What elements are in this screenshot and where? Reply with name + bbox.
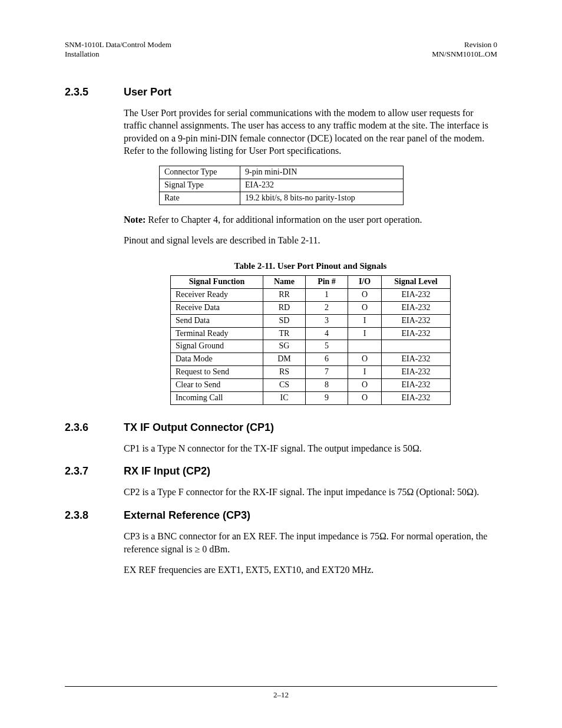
section-236-body: CP1 is a Type N connector for the TX-IF … [124, 442, 497, 455]
header-left: SNM-1010L Data/Control Modem Installatio… [65, 40, 171, 60]
page-header: SNM-1010L Data/Control Modem Installatio… [65, 40, 497, 60]
section-235-body: The User Port provides for serial commun… [124, 107, 497, 405]
cell: O [348, 288, 382, 301]
table-row: Rate19.2 kbit/s, 8 bits-no parity-1stop [160, 192, 404, 205]
table-row: Data ModeDM6OEIA-232 [171, 353, 451, 366]
cell: 4 [306, 327, 348, 340]
cell: Send Data [171, 314, 263, 327]
header-right: Revision 0 MN/SNM1010L.OM [432, 40, 497, 60]
table-row: Incoming CallIC9OEIA-232 [171, 392, 451, 405]
header-left-1: SNM-1010L Data/Control Modem [65, 40, 171, 50]
cell: RR [263, 288, 306, 301]
header-right-1: Revision 0 [432, 40, 497, 50]
table-row: Request to SendRS7IEIA-232 [171, 366, 451, 379]
spec-key: Connector Type [160, 166, 240, 179]
cell: 6 [306, 353, 348, 366]
paragraph: The User Port provides for serial commun… [124, 107, 497, 157]
cell: TR [263, 327, 306, 340]
cell: EIA-232 [382, 301, 451, 314]
note-text: Refer to Chapter 4, for additional infor… [146, 215, 422, 225]
section-number: 2.3.6 [65, 421, 124, 434]
spec-key: Signal Type [160, 179, 240, 192]
table-row: Terminal ReadyTR4IEIA-232 [171, 327, 451, 340]
spec-val: EIA-232 [240, 179, 404, 192]
col-name: Name [263, 275, 306, 288]
spec-table: Connector Type9-pin mini-DIN Signal Type… [159, 166, 404, 205]
page: SNM-1010L Data/Control Modem Installatio… [0, 0, 562, 728]
cell: EIA-232 [382, 353, 451, 366]
cell [348, 340, 382, 353]
spec-val: 9-pin mini-DIN [240, 166, 404, 179]
cell: Receive Data [171, 301, 263, 314]
table-caption: Table 2-11. User Port Pinout and Signals [124, 260, 497, 272]
cell: I [348, 314, 382, 327]
cell: EIA-232 [382, 327, 451, 340]
col-signal-level: Signal Level [382, 275, 451, 288]
section-title: RX IF Input (CP2) [124, 465, 210, 477]
cell: IC [263, 392, 306, 405]
paragraph: Pinout and signal levels are described i… [124, 234, 497, 247]
paragraph: CP2 is a Type F connector for the RX-IF … [124, 486, 497, 499]
cell: EIA-232 [382, 392, 451, 405]
cell: 1 [306, 288, 348, 301]
table-row: Signal TypeEIA-232 [160, 179, 404, 192]
note-paragraph: Note: Refer to Chapter 4, for additional… [124, 213, 497, 226]
cell: EIA-232 [382, 379, 451, 392]
cell: 8 [306, 379, 348, 392]
section-number: 2.3.8 [65, 509, 124, 522]
cell: 2 [306, 301, 348, 314]
cell: O [348, 353, 382, 366]
section-236-heading: 2.3.6 TX IF Output Connector (CP1) [65, 421, 497, 434]
cell: EIA-232 [382, 366, 451, 379]
cell: Clear to Send [171, 379, 263, 392]
cell: O [348, 379, 382, 392]
cell: RD [263, 301, 306, 314]
section-238-heading: 2.3.8 External Reference (CP3) [65, 509, 497, 522]
col-io: I/O [348, 275, 382, 288]
table-row: Receiver ReadyRR1OEIA-232 [171, 288, 451, 301]
section-title: User Port [124, 86, 171, 98]
col-signal-function: Signal Function [171, 275, 263, 288]
table-row: Clear to SendCS8OEIA-232 [171, 379, 451, 392]
section-238-body: CP3 is a BNC connector for an EX REF. Th… [124, 530, 497, 577]
cell: SG [263, 340, 306, 353]
cell: 7 [306, 366, 348, 379]
section-title: TX IF Output Connector (CP1) [124, 421, 274, 434]
section-235-heading: 2.3.5 User Port [65, 86, 497, 98]
header-left-2: Installation [65, 50, 171, 59]
spec-val: 19.2 kbit/s, 8 bits-no parity-1stop [240, 192, 404, 205]
paragraph: CP1 is a Type N connector for the TX-IF … [124, 442, 497, 455]
cell: EIA-232 [382, 314, 451, 327]
cell: EIA-232 [382, 288, 451, 301]
cell [382, 340, 451, 353]
cell: O [348, 392, 382, 405]
cell: I [348, 327, 382, 340]
section-number: 2.3.7 [65, 465, 124, 477]
paragraph: EX REF frequencies are EXT1, EXT5, EXT10… [124, 564, 497, 577]
footer-rule [65, 686, 497, 687]
cell: Incoming Call [171, 392, 263, 405]
spec-key: Rate [160, 192, 240, 205]
table-row: Receive DataRD2OEIA-232 [171, 301, 451, 314]
cell: Data Mode [171, 353, 263, 366]
cell: RS [263, 366, 306, 379]
table-row: Send DataSD3IEIA-232 [171, 314, 451, 327]
col-pin: Pin # [306, 275, 348, 288]
cell: Signal Ground [171, 340, 263, 353]
page-number: 2–12 [0, 690, 562, 700]
cell: 9 [306, 392, 348, 405]
pinout-table: Signal Function Name Pin # I/O Signal Le… [170, 275, 451, 405]
cell: SD [263, 314, 306, 327]
header-right-2: MN/SNM1010L.OM [432, 50, 497, 59]
note-label: Note: [124, 215, 146, 225]
paragraph: CP3 is a BNC connector for an EX REF. Th… [124, 530, 497, 555]
cell: O [348, 301, 382, 314]
table-header-row: Signal Function Name Pin # I/O Signal Le… [171, 275, 451, 288]
table-row: Signal GroundSG5 [171, 340, 451, 353]
cell: CS [263, 379, 306, 392]
cell: Receiver Ready [171, 288, 263, 301]
section-number: 2.3.5 [65, 86, 124, 98]
cell: 3 [306, 314, 348, 327]
section-237-heading: 2.3.7 RX IF Input (CP2) [65, 465, 497, 477]
section-title: External Reference (CP3) [124, 509, 250, 522]
